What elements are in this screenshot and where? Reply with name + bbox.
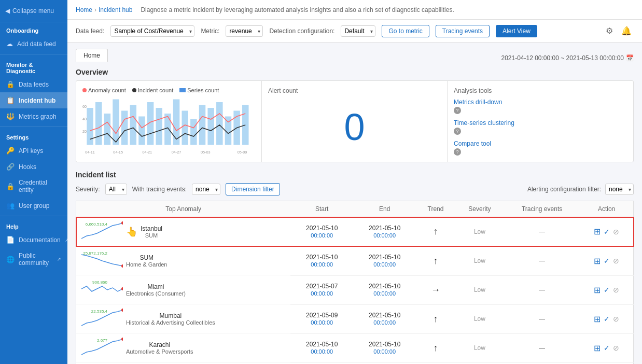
check-action-icon[interactable]: ✓	[604, 344, 610, 352]
diagnostic-action-icon[interactable]: ⊞	[594, 285, 601, 295]
breadcrumb-incident-hub[interactable]: Incident hub	[99, 6, 132, 13]
alert-view-button[interactable]: Alert View	[496, 25, 537, 37]
check-action-icon[interactable]: ✓	[604, 286, 610, 294]
sidebar-section-settings: Settings	[0, 129, 67, 143]
start-time-link[interactable]: 00:00:00	[311, 232, 333, 239]
sidebar-item-hooks[interactable]: 🔗 Hooks	[0, 159, 67, 175]
end-time-link[interactable]: 00:00:00	[373, 319, 396, 326]
time-series-clustering-link[interactable]: Time-series clustering	[454, 119, 627, 127]
detection-select[interactable]: Default	[341, 25, 375, 37]
metrics-drilldown-link[interactable]: Metrics drill-down	[454, 99, 627, 106]
legend-anomaly: Anomaly count	[82, 87, 126, 93]
anomaly-category: Electronics (Consumer)	[126, 290, 186, 297]
tracing-events-value: —	[539, 286, 545, 293]
compare-tool-help-icon[interactable]: ?	[454, 148, 461, 156]
time-series-clustering-help-icon[interactable]: ?	[454, 128, 461, 135]
start-date: 2021-05-10	[296, 254, 348, 261]
compare-tool-link[interactable]: Compare tool	[454, 140, 627, 147]
check-action-icon[interactable]: ✓	[604, 228, 610, 236]
start-time-link[interactable]: 00:00:00	[311, 261, 333, 268]
tracing-events-value: —	[539, 257, 545, 264]
detection-label: Detection configuration:	[269, 27, 334, 35]
check-action-icon[interactable]: ✓	[604, 257, 610, 265]
sidebar-item-api-keys[interactable]: 🔑 API keys	[0, 143, 67, 159]
diagnostic-action-icon[interactable]: ⊞	[594, 314, 601, 324]
trend-cell: ↑	[416, 246, 455, 275]
tracing-events-select[interactable]: none	[192, 184, 220, 195]
tracing-events-cell: —	[504, 246, 580, 275]
sidebar-item-public-community[interactable]: 🌐 Public community ↗	[0, 248, 67, 271]
settings-icon-button[interactable]: ⚙	[604, 24, 615, 38]
analysis-link-time-series-clustering[interactable]: Time-series clustering ?	[454, 119, 627, 135]
tracing-events-button[interactable]: Tracing events	[436, 25, 490, 37]
breadcrumb: Home › Incident hub	[76, 6, 132, 13]
diagnostic-action-icon[interactable]: ⊞	[594, 256, 601, 266]
sidebar-item-data-feeds[interactable]: 🔒 Data feeds	[0, 76, 67, 92]
anomaly-cell: 6,660,510.4👆IstanbulSUM	[76, 217, 290, 246]
severity-select[interactable]: All	[105, 184, 127, 195]
mute-action-icon[interactable]: ⊘	[613, 315, 619, 323]
diagnostic-action-icon[interactable]: ⊞	[594, 343, 601, 353]
mute-action-icon[interactable]: ⊘	[613, 286, 619, 294]
start-cell: 2021-05-1000:00:00	[290, 217, 353, 247]
svg-rect-15	[216, 102, 222, 145]
start-time-link[interactable]: 00:00:00	[311, 290, 333, 297]
sparkline-container: 22,535.4	[81, 307, 123, 330]
community-icon: 🌐	[6, 256, 15, 263]
dimension-filter-button[interactable]: Dimension filter	[226, 183, 280, 195]
sidebar-item-credential-entity[interactable]: 🔒 Credential entity	[0, 175, 67, 198]
chart-legend: Anomaly count Incident count Series coun…	[82, 87, 255, 93]
go-to-metric-button[interactable]: Go to metric	[382, 25, 429, 37]
data-feed-select[interactable]: Sample of Cost/Revenue	[110, 25, 194, 37]
incident-table: Top Anomaly Start End Trend Severity Tra…	[76, 201, 634, 364]
svg-point-30	[121, 264, 123, 268]
incident-section: Incident list Severity: All With tracing…	[76, 171, 634, 364]
col-end: End	[353, 201, 416, 217]
start-date: 2021-05-10	[296, 341, 348, 348]
start-cell: 2021-05-1000:00:00	[290, 333, 353, 362]
alerting-config-select[interactable]: none	[605, 184, 634, 195]
svg-text:60: 60	[82, 104, 87, 109]
anomaly-location: SUM	[126, 254, 167, 261]
svg-text:906,860: 906,860	[92, 280, 107, 285]
table-row: 22,535.4MumbaiHistorical & Advertising C…	[76, 304, 634, 333]
collapse-menu-button[interactable]: ◀ Collapse menu	[0, 0, 67, 22]
notification-icon-button[interactable]: 🔔	[619, 24, 634, 38]
content-area: Home 2021-04-12 00:00:00 ~ 2021-05-13 00…	[67, 43, 642, 364]
mute-action-icon[interactable]: ⊘	[613, 344, 619, 352]
mute-action-icon[interactable]: ⊘	[613, 228, 619, 236]
sidebar-section-monitor: Monitor & Diagnostic	[0, 57, 67, 76]
end-time-link[interactable]: 00:00:00	[373, 348, 396, 355]
sidebar-section-onboarding: Onboarding	[0, 22, 67, 36]
diagnostic-action-icon[interactable]: ⊞	[594, 227, 601, 236]
sidebar-item-user-group[interactable]: 👥 User group	[0, 198, 67, 214]
tracing-events-cell: —	[504, 275, 580, 304]
metrics-drilldown-help-icon[interactable]: ?	[454, 107, 461, 114]
start-time-link[interactable]: 00:00:00	[311, 348, 333, 355]
severity-value: Low	[474, 228, 485, 235]
end-cell: 2021-05-1000:00:00	[353, 246, 416, 275]
breadcrumb-home[interactable]: Home	[76, 6, 92, 13]
svg-text:04-15: 04-15	[113, 150, 123, 153]
users-icon: 👥	[6, 202, 15, 209]
anomaly-cell: 2,677KarachiAutomotive & Powersports	[76, 333, 290, 362]
end-cell: 2021-05-1000:00:00	[353, 217, 416, 247]
home-tab[interactable]: Home	[76, 49, 108, 62]
analysis-link-compare-tool[interactable]: Compare tool ?	[454, 140, 627, 156]
metric-select[interactable]: revenue	[226, 25, 263, 37]
sidebar-item-incident-hub[interactable]: 📋 Incident hub	[0, 92, 67, 108]
sidebar-item-documentation[interactable]: 📄 Documentation ↗	[0, 232, 67, 248]
end-time-link[interactable]: 00:00:00	[373, 290, 396, 297]
end-time-link[interactable]: 00:00:00	[373, 232, 396, 239]
end-time-link[interactable]: 00:00:00	[373, 261, 396, 268]
analysis-link-metrics-drilldown[interactable]: Metrics drill-down ?	[454, 99, 627, 114]
anomaly-name-block: IstanbulSUM	[141, 225, 162, 239]
table-row: 6,660,510.4👆IstanbulSUM2021-05-1000:00:0…	[76, 217, 634, 247]
sidebar-item-add-data-feed[interactable]: ☁ Add data feed	[0, 36, 67, 52]
start-time-link[interactable]: 00:00:00	[311, 319, 333, 326]
sidebar-item-metrics-graph[interactable]: 🔱 Metrics graph	[0, 108, 67, 124]
action-icons: ⊞ ✓ ⊘	[585, 343, 628, 353]
action-cell: ⊞ ✓ ⊘	[580, 304, 633, 333]
check-action-icon[interactable]: ✓	[604, 315, 610, 323]
mute-action-icon[interactable]: ⊘	[613, 257, 619, 265]
